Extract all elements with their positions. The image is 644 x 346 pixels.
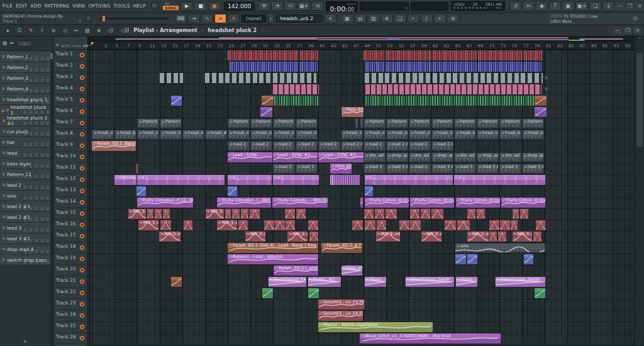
scroll-left-icon[interactable]: ‹ [89, 42, 91, 48]
pattern-item[interactable]: ≡lead 3 [0, 223, 50, 233]
clip[interactable]: ≡solo [455, 243, 545, 253]
record-button[interactable]: ● [208, 2, 221, 11]
clip[interactable]: ≈MO_3..ed] [159, 232, 180, 242]
track-header[interactable]: Track 25··· [53, 321, 87, 333]
browser-icon[interactable]: ❏ [394, 14, 406, 23]
clip[interactable]: ↗SerumFX - Le..FX Fil Freq [318, 299, 364, 310]
track-mute-led[interactable] [80, 177, 84, 182]
clip[interactable]: ↗Fruity Convo..et level #3 [456, 198, 500, 208]
track-header[interactable]: Track 12··· [53, 174, 87, 186]
track-mute-led[interactable] [80, 155, 84, 159]
clip[interactable] [498, 232, 506, 242]
track-mute-led[interactable] [80, 325, 84, 329]
menu-item-edit[interactable]: EDIT [16, 3, 27, 9]
clip[interactable]: ≡lead 3 [364, 164, 386, 174]
clip[interactable]: ↗Fruity Convo..et level #3 [410, 198, 454, 208]
clip[interactable]: ≡lead 3 [296, 164, 318, 174]
clip[interactable] [260, 107, 272, 117]
clip[interactable] [274, 96, 319, 106]
clip-lanes[interactable]: ××↗Para..freq≡Pattern 1≡Pattern 1≡Patter… [88, 50, 634, 344]
clip[interactable]: ≡head..ck 2 [296, 130, 318, 140]
shop-icon[interactable]: ⊞ [447, 14, 459, 23]
clip[interactable]: ≡Pattern 3 [499, 118, 521, 128]
track-mute-led[interactable] [80, 143, 84, 148]
clip[interactable] [230, 62, 272, 72]
clip[interactable]: ≡Pattern 3 [386, 118, 408, 128]
tempo-tap-icon[interactable]: ♪ [421, 14, 433, 23]
help-icon[interactable]: ? [549, 1, 561, 11]
clip[interactable]: ≡lead 2 #3 [386, 141, 408, 151]
clip[interactable] [308, 220, 318, 230]
pattern-item[interactable]: ▶≡headshot pluck 2 [0, 105, 50, 116]
clip[interactable] [365, 220, 375, 230]
undo-icon[interactable]: ↺ [509, 1, 521, 11]
vertical-scrollbar[interactable]: ⌃ ⌄ [634, 36, 644, 346]
clip[interactable]: ↗Fruity Convo..et level #3 [365, 198, 409, 208]
clip[interactable]: ≈c.._ [228, 175, 272, 185]
menu-item-options[interactable]: OPTIONS [89, 3, 111, 9]
clip[interactable]: ≡lead 2 [364, 141, 386, 151]
add-track-button[interactable]: + [55, 42, 60, 48]
zoom-icon[interactable]: ⊕ [94, 26, 104, 35]
save-icon[interactable]: ▣ [562, 1, 574, 11]
clip[interactable]: ≈Down.. #2 [456, 277, 477, 287]
clip[interactable] [286, 220, 295, 230]
clip[interactable]: ≡lead 3 [273, 164, 295, 174]
mixer-icon[interactable]: ≋ [381, 14, 393, 23]
tab-note[interactable]: NOTE [62, 44, 70, 48]
clip[interactable]: ≡Pattern 1 [137, 118, 159, 128]
clip[interactable]: ≡head..ck 2 [431, 130, 453, 140]
track-mute-led[interactable] [80, 166, 84, 170]
clip[interactable] [352, 220, 363, 230]
clip[interactable]: ≈c.._ [137, 175, 225, 185]
pattern-item[interactable]: ≡lead [0, 148, 50, 159]
playback-preview-icon[interactable]: ◁) [105, 26, 115, 35]
crossfade-icon[interactable]: ⇹ [10, 40, 14, 46]
pattern-item[interactable]: ≡lead 3 #2 [0, 233, 50, 244]
clip[interactable] [386, 209, 397, 219]
clip[interactable]: ≡Pattern 1 [228, 118, 250, 128]
clip[interactable] [431, 209, 443, 219]
clip[interactable]: × [544, 84, 549, 94]
clip[interactable] [467, 209, 475, 219]
clip[interactable] [184, 220, 192, 230]
clip[interactable]: ≡lead 2 [318, 141, 340, 151]
play-button[interactable]: ▶ [180, 2, 193, 11]
clip[interactable]: ↗Fruity Convolve..rt 1] - Wet level [137, 198, 193, 208]
track-header[interactable]: Track 2··· [53, 61, 87, 72]
snap-magnet-icon[interactable]: Ω [14, 26, 25, 35]
link-target-selector[interactable]: (none) [242, 14, 266, 23]
clip[interactable]: ≈MO_3..ed] [287, 232, 307, 242]
clip[interactable]: ≡head..ck 2 [92, 130, 114, 140]
clip[interactable] [524, 62, 542, 72]
track-mute-led[interactable] [80, 132, 84, 137]
clip[interactable] [433, 62, 477, 72]
track-header[interactable]: Track 22··· [53, 287, 87, 299]
piano-roll-icon[interactable]: ▤ [355, 14, 367, 23]
blend-record-icon[interactable]: ⟲ [311, 1, 323, 11]
track-mute-led[interactable] [80, 121, 84, 125]
clip[interactable] [513, 209, 519, 219]
tab-chan[interactable]: CHAN [72, 44, 81, 48]
cut-icon[interactable]: ✂ [523, 1, 535, 11]
clip[interactable]: ≡dro..ad 4 [409, 152, 431, 162]
playlist-maximize-button[interactable]: ❐ [623, 27, 632, 35]
clip[interactable]: ≈c.._ [454, 175, 545, 185]
track-header[interactable]: Track 3··· [53, 72, 87, 84]
clip[interactable]: ≡Pattern 3 [431, 118, 453, 128]
clip[interactable] [241, 209, 249, 219]
track-header[interactable]: Track 19··· [53, 254, 87, 265]
clip[interactable] [308, 288, 319, 298]
track-mute-led[interactable] [80, 189, 84, 193]
track-mute-led[interactable] [80, 211, 84, 216]
clip[interactable] [364, 50, 385, 60]
multilink-icon[interactable]: ∞ [214, 14, 226, 23]
clip[interactable] [455, 254, 466, 264]
menu-item-patterns[interactable]: PATTERNS [45, 3, 70, 9]
pattern-item[interactable]: ≡Pattern 3 [0, 73, 50, 84]
scrollbar-thumb[interactable] [636, 53, 643, 147]
pencil-icon[interactable]: ✎ [26, 26, 36, 35]
timeline-ruler[interactable]: ‹ 35791113151719212325272931333537394143… [88, 42, 634, 50]
clip[interactable]: ≡lead 2 #3 [341, 141, 363, 151]
touch-controller-icon[interactable]: ⌖ [434, 14, 446, 23]
